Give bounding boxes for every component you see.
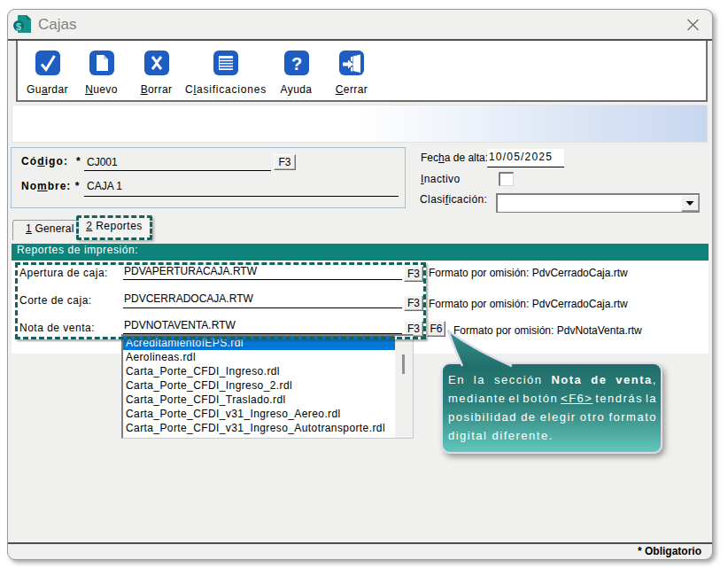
svg-text:?: ? xyxy=(290,54,301,74)
svg-text:$: $ xyxy=(16,21,21,32)
